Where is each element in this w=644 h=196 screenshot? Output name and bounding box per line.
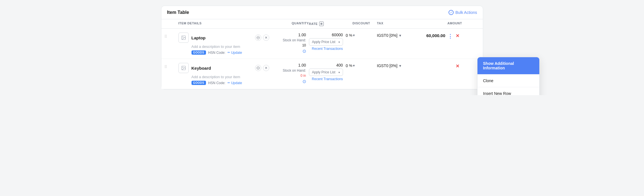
svg-point-11 bbox=[258, 68, 259, 68]
goods-badge: GOODS bbox=[191, 50, 206, 55]
discount-col: 0 % ▾ bbox=[346, 33, 377, 38]
item-close-button[interactable]: ✕ bbox=[263, 35, 269, 41]
item-name-row: Keyboard ✕ bbox=[178, 63, 269, 73]
item-actions: ✕ bbox=[255, 65, 269, 71]
tax-chevron-icon[interactable]: ▾ bbox=[399, 63, 401, 68]
chevron-down-icon: ▾ bbox=[338, 71, 340, 74]
close-icon: ✕ bbox=[265, 66, 268, 70]
rate-value: 400 bbox=[336, 63, 343, 67]
recent-transactions-link[interactable]: Recent Transactions bbox=[312, 77, 343, 82]
quantity-col: 1.00 Stock on Hand: 10 ⊙ bbox=[275, 33, 309, 54]
col-header-item-details: Item Details bbox=[178, 22, 275, 26]
item-tags: GOODS HSN Code: ✏ Update bbox=[178, 50, 269, 55]
quantity-value: 1.00 bbox=[298, 63, 306, 67]
item-image bbox=[178, 33, 189, 43]
apply-price-dropdown[interactable]: Apply Price List ▾ bbox=[309, 38, 343, 46]
svg-point-10 bbox=[258, 68, 258, 68]
context-menu: Show Additional Information Clone Insert… bbox=[477, 57, 540, 95]
col-header-amount: Amount bbox=[425, 22, 462, 26]
delete-row-button[interactable]: ✕ bbox=[456, 33, 459, 39]
table-body: ⠿ Laptop ✕ bbox=[161, 29, 483, 89]
hsn-label: HSN Code: bbox=[208, 51, 226, 55]
tax-chevron-icon[interactable]: ▾ bbox=[399, 33, 401, 38]
rate-col: 60000 Apply Price List ▾ Recent Transact… bbox=[309, 33, 346, 51]
item-actions: ✕ bbox=[255, 35, 269, 41]
drag-handle-icon[interactable]: ⠿ bbox=[164, 34, 167, 39]
discount-unit: % ▾ bbox=[349, 63, 355, 68]
bulk-actions-button[interactable]: ✓ Bulk Actions bbox=[449, 10, 477, 15]
pencil-icon: ✏ bbox=[228, 51, 230, 54]
drag-handle-icon[interactable]: ⠿ bbox=[164, 65, 167, 69]
item-details-col: Laptop ✕ Add a description to your item … bbox=[178, 33, 275, 55]
item-close-button[interactable]: ✕ bbox=[263, 65, 269, 71]
goods-badge: GOODS bbox=[191, 81, 206, 85]
svg-point-1 bbox=[182, 37, 183, 37]
svg-point-5 bbox=[258, 38, 259, 38]
discount-value: 0 bbox=[346, 63, 348, 68]
close-icon: ✕ bbox=[265, 36, 268, 40]
discount-value: 0 bbox=[346, 33, 348, 38]
svg-point-7 bbox=[182, 67, 183, 67]
context-menu-item-clone[interactable]: Clone bbox=[477, 74, 539, 87]
rate-settings-icon[interactable]: ⊞ bbox=[319, 22, 324, 26]
delete-row-button[interactable]: ✕ bbox=[456, 63, 459, 69]
chevron-down-icon: ▾ bbox=[338, 41, 340, 44]
col-header-quantity: Quantity bbox=[275, 22, 309, 26]
rate-value: 60000 bbox=[332, 33, 343, 37]
item-name: Laptop bbox=[191, 35, 252, 40]
quantity-col: 1.00 Stock on Hand: 0 in ⊙ bbox=[275, 63, 309, 84]
stock-value: 0 in bbox=[300, 74, 306, 78]
context-menu-item-insert-row[interactable]: Insert New Row bbox=[477, 87, 539, 95]
rate-col: 400 Apply Price List ▾ Recent Transactio… bbox=[309, 63, 346, 82]
recent-transactions-link[interactable]: Recent Transactions bbox=[312, 47, 343, 51]
item-comment-button[interactable] bbox=[255, 35, 261, 41]
table-header: Item Details Quantity Rate ⊞ Discount Ta… bbox=[161, 19, 483, 29]
context-menu-item-show-info[interactable]: Show Additional Information bbox=[477, 57, 539, 74]
discount-unit: % ▾ bbox=[349, 33, 355, 37]
expand-icon[interactable]: ⊙ bbox=[302, 48, 306, 54]
circle-check-icon: ✓ bbox=[449, 10, 454, 15]
table-row: ⠿ Laptop ✕ bbox=[161, 29, 483, 59]
hsn-label: HSN Code: bbox=[208, 81, 226, 85]
update-link[interactable]: ✏ Update bbox=[228, 51, 242, 55]
amount-col: 60,000.00 ⋮ ✕ bbox=[425, 33, 462, 39]
item-details-col: Keyboard ✕ Add a description to your ite… bbox=[178, 63, 275, 85]
apply-price-label: Apply Price List bbox=[312, 40, 336, 44]
apply-price-label: Apply Price List bbox=[312, 70, 336, 74]
amount-value: 60,000.00 bbox=[426, 33, 445, 38]
update-link[interactable]: ✏ Update bbox=[228, 81, 242, 85]
item-tags: GOODS HSN Code: ✏ Update bbox=[178, 81, 269, 85]
card-header: Item Table ✓ Bulk Actions bbox=[161, 6, 483, 19]
item-image bbox=[178, 63, 189, 73]
item-description: Add a description to your item bbox=[178, 44, 269, 49]
col-header-discount: Discount bbox=[346, 22, 377, 26]
apply-price-dropdown[interactable]: Apply Price List ▾ bbox=[309, 69, 343, 76]
svg-point-3 bbox=[257, 38, 258, 38]
item-comment-button[interactable] bbox=[255, 65, 261, 71]
stock-label: Stock on Hand: bbox=[283, 69, 306, 73]
item-table-card: Item Table ✓ Bulk Actions Item Details Q… bbox=[161, 6, 483, 90]
table-row: ⠿ Keyboard ✕ bbox=[161, 59, 483, 89]
discount-chevron-icon[interactable]: ▾ bbox=[353, 63, 355, 68]
item-name-row: Laptop ✕ bbox=[178, 33, 269, 43]
row-menu-button[interactable]: ⋮ bbox=[448, 33, 453, 39]
item-description: Add a description to your item bbox=[178, 75, 269, 79]
expand-icon[interactable]: ⊙ bbox=[302, 79, 306, 84]
amount-col: ✕ bbox=[425, 63, 462, 69]
card-title: Item Table bbox=[167, 10, 189, 15]
item-name: Keyboard bbox=[191, 66, 252, 71]
tax-value: IGST0 [0%] bbox=[377, 63, 397, 68]
discount-chevron-icon[interactable]: ▾ bbox=[353, 33, 355, 37]
quantity-value: 1.00 bbox=[298, 33, 306, 37]
svg-point-4 bbox=[258, 38, 258, 38]
tax-value: IGST0 [0%] bbox=[377, 33, 397, 38]
stock-value: 10 bbox=[302, 43, 306, 47]
bulk-actions-label: Bulk Actions bbox=[455, 10, 477, 15]
stock-label: Stock on Hand: bbox=[283, 38, 306, 42]
tax-col: IGST0 [0%] ▾ bbox=[377, 33, 425, 38]
pencil-icon: ✏ bbox=[228, 81, 230, 85]
svg-point-9 bbox=[257, 68, 258, 68]
discount-col: 0 % ▾ bbox=[346, 63, 377, 68]
col-header-tax: Tax bbox=[377, 22, 425, 26]
amount-area: 60,000.00 bbox=[426, 33, 445, 38]
